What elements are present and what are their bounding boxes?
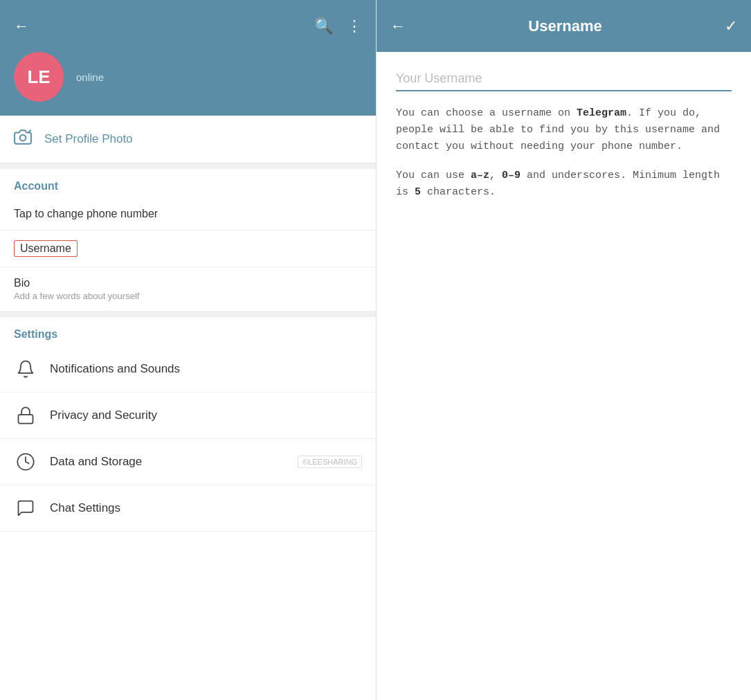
left-header: ← 🔍 ⋮	[0, 0, 376, 52]
left-content: Set Profile Photo Account Tap to change …	[0, 116, 376, 700]
svg-point-0	[20, 135, 26, 141]
left-header-left: ←	[14, 17, 29, 35]
lock-icon	[14, 404, 37, 427]
description-1: You can choose a username on Telegram. I…	[396, 105, 732, 155]
settings-section-header: Settings	[0, 317, 376, 346]
notifications-row[interactable]: Notifications and Sounds	[0, 346, 376, 393]
bell-icon	[14, 357, 37, 381]
bio-sub: Add a few words about yourself	[14, 291, 362, 301]
search-icon[interactable]: 🔍	[314, 17, 333, 35]
username-item[interactable]: Username	[0, 231, 376, 267]
camera-icon	[14, 128, 32, 150]
notifications-label: Notifications and Sounds	[50, 362, 180, 376]
avatar: LE	[14, 52, 64, 102]
set-profile-photo-row[interactable]: Set Profile Photo	[0, 116, 376, 163]
settings-title: Settings	[14, 328, 57, 340]
header-icons: 🔍 ⋮	[314, 17, 362, 35]
account-section-header: Account	[0, 169, 376, 198]
clock-icon	[14, 450, 37, 474]
left-panel: ← 🔍 ⋮ LE online Set Profile Photo	[0, 0, 376, 700]
back-icon[interactable]: ←	[14, 17, 29, 35]
set-photo-label: Set Profile Photo	[44, 132, 133, 146]
account-title: Account	[14, 180, 58, 192]
data-row[interactable]: Data and Storage ©LEESHARING	[0, 439, 376, 485]
bio-label: Bio	[14, 277, 362, 289]
username-input-wrapper	[396, 71, 732, 91]
right-header: ← Username ✓	[377, 0, 751, 52]
username-label: Username	[14, 240, 362, 257]
svg-rect-2	[19, 415, 33, 424]
svg-line-1	[29, 130, 30, 132]
chat-label: Chat Settings	[50, 501, 120, 515]
right-panel: ← Username ✓ You can choose a username o…	[376, 0, 751, 700]
chat-icon	[14, 496, 37, 520]
right-title: Username	[528, 17, 601, 35]
chat-row[interactable]: Chat Settings	[0, 485, 376, 532]
username-input[interactable]	[396, 71, 732, 86]
username-highlighted: Username	[14, 240, 78, 257]
privacy-label: Privacy and Security	[50, 409, 157, 422]
description-2: You can use a–z, 0–9 and underscores. Mi…	[396, 168, 732, 201]
phone-number-item[interactable]: Tap to change phone number	[0, 198, 376, 231]
right-back-icon[interactable]: ←	[390, 17, 406, 35]
privacy-row[interactable]: Privacy and Security	[0, 393, 376, 439]
bio-item[interactable]: Bio Add a few words about yourself	[0, 267, 376, 312]
online-status: online	[76, 71, 104, 83]
right-content: You can choose a username on Telegram. I…	[377, 52, 751, 700]
divider-2	[0, 312, 376, 317]
phone-label: Tap to change phone number	[14, 208, 362, 220]
divider-1	[0, 163, 376, 169]
profile-info: online	[76, 71, 104, 83]
more-icon[interactable]: ⋮	[347, 17, 362, 35]
data-label: Data and Storage	[50, 455, 142, 469]
profile-section: LE online	[0, 52, 376, 116]
watermark-text: ©LEESHARING	[298, 456, 362, 468]
check-icon[interactable]: ✓	[725, 17, 737, 35]
